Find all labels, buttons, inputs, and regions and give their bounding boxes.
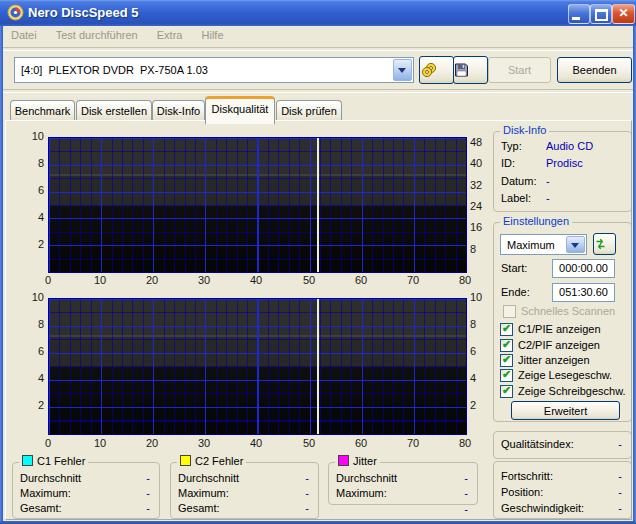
tab-disk-pruefen[interactable]: Disk prüfen xyxy=(276,100,342,121)
chevron-down-icon[interactable] xyxy=(393,59,412,81)
app-icon xyxy=(7,4,24,21)
tab-disk-erstellen[interactable]: Disk erstellen xyxy=(76,100,152,121)
menu-test-durchfuehren[interactable]: Test durchführen xyxy=(48,26,146,41)
window-title: Nero DiscSpeed 5 xyxy=(28,5,139,20)
discs-button[interactable] xyxy=(419,56,454,84)
quit-button-label: Beenden xyxy=(558,64,631,76)
quit-button[interactable]: Beenden xyxy=(557,57,632,83)
menu-extra[interactable]: Extra xyxy=(149,26,191,41)
drive-selector-value: [4:0] PLEXTOR DVDR PX-750A 1.03 xyxy=(21,64,208,76)
window-border-left xyxy=(0,26,3,524)
start-button-label: Start xyxy=(489,64,550,76)
title-bar: Nero DiscSpeed 5 ✕ xyxy=(0,0,636,26)
tab-benchmark[interactable]: Benchmark xyxy=(10,100,75,121)
toolbar-separator xyxy=(3,89,633,93)
app-window: Nero DiscSpeed 5 ✕ Datei Test durchführe… xyxy=(0,0,636,524)
tab-disk-info[interactable]: Disk-Info xyxy=(152,100,205,121)
menu-datei[interactable]: Datei xyxy=(3,26,45,41)
close-icon: ✕ xyxy=(618,6,628,20)
maximize-button[interactable] xyxy=(590,4,612,24)
drive-selector[interactable]: [4:0] PLEXTOR DVDR PX-750A 1.03 xyxy=(14,57,414,83)
save-button[interactable] xyxy=(453,56,488,84)
close-button[interactable]: ✕ xyxy=(612,4,635,24)
tab-page-panel xyxy=(5,120,632,520)
tab-diskqualitaet[interactable]: Diskqualität xyxy=(205,96,275,124)
save-icon xyxy=(454,63,469,78)
minimize-icon xyxy=(572,17,580,20)
start-button[interactable]: Start xyxy=(488,57,551,83)
minimize-button[interactable] xyxy=(568,4,590,24)
menu-hilfe[interactable]: Hilfe xyxy=(194,26,232,41)
menu-separator xyxy=(3,47,633,51)
maximize-icon xyxy=(595,9,608,21)
discs-icon xyxy=(420,62,438,78)
menu-bar: Datei Test durchführen Extra Hilfe xyxy=(3,26,633,46)
